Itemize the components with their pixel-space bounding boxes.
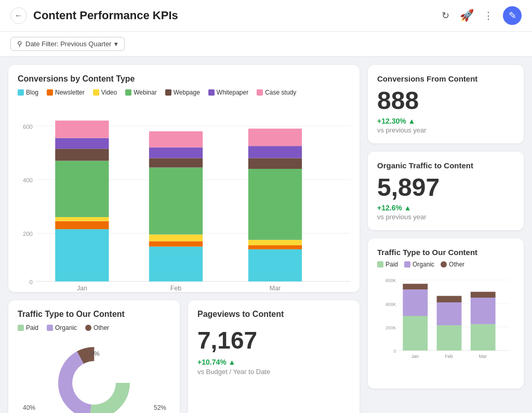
webinar-label: Webinar: [134, 89, 156, 96]
bar-chart-svg: 600 400 200 0 Jan: [18, 103, 350, 312]
svg-text:Jan: Jan: [411, 354, 419, 359]
back-button[interactable]: ←: [10, 7, 27, 24]
svg-rect-20: [149, 158, 203, 167]
blog-dot: [18, 89, 24, 96]
svg-rect-14: [55, 121, 109, 138]
svg-rect-44: [403, 316, 428, 351]
organic-traffic-label: vs previous year: [377, 213, 514, 221]
svg-rect-22: [149, 131, 203, 148]
svg-rect-30: [248, 129, 302, 146]
svg-rect-46: [403, 284, 428, 289]
svg-text:0: 0: [394, 349, 396, 354]
conversions-label: vs previous year: [377, 126, 514, 134]
svg-rect-8: [55, 229, 109, 282]
conversions-chart-title: Conversions by Content Type: [18, 74, 350, 84]
back-icon: ←: [15, 11, 23, 20]
traffic-type-bar-title: Traffic Type to Our Content: [377, 248, 514, 257]
traffic-type-card: Traffic Type to Our Content Paid Organic…: [8, 300, 180, 413]
svg-rect-50: [437, 296, 462, 302]
svg-text:200K: 200K: [385, 325, 396, 330]
svg-rect-48: [437, 325, 462, 351]
right-column: Conversions From Content 888 +12.30% ▲ v…: [368, 65, 524, 413]
organic-traffic-card: Organic Traffic to Content 5,897 +12.6% …: [368, 152, 524, 230]
other-label: Other: [94, 324, 109, 331]
svg-rect-12: [55, 149, 109, 161]
whitepaper-label: Whitepaper: [217, 89, 248, 96]
webpage-label: Webpage: [174, 89, 200, 96]
chart-legend: Blog Newsletter Video Webinar Webpage: [18, 89, 350, 96]
more-icon: ⋮: [484, 10, 493, 21]
svg-rect-49: [437, 302, 462, 325]
pageviews-card: Pageviews to Content 7,167 +10.74% ▲ vs …: [188, 300, 360, 413]
newsletter-label: Newsletter: [55, 89, 85, 96]
svg-text:Feb: Feb: [170, 285, 181, 292]
tl-other-dot: [441, 261, 447, 268]
svg-rect-45: [403, 289, 428, 316]
conversions-arrow: ▲: [408, 117, 416, 125]
filter-icon: ⚲: [17, 40, 22, 48]
svg-rect-26: [248, 240, 302, 245]
conversions-change: +12.30% ▲: [377, 117, 514, 125]
conversions-kpi-card: Conversions From Content 888 +12.30% ▲ v…: [368, 65, 524, 143]
svg-rect-19: [149, 167, 203, 234]
pageviews-title: Pageviews to Content: [197, 310, 350, 319]
legend-whitepaper: Whitepaper: [208, 89, 248, 96]
legend-organic: Organic: [47, 324, 77, 331]
svg-rect-13: [55, 138, 109, 149]
header: ← Content Performance KPIs ↻ 🚀 ⋮ ✎ ⚲ Dat…: [0, 0, 532, 57]
legend-webinar: Webinar: [125, 89, 156, 96]
legend-video: Video: [93, 89, 117, 96]
conversions-kpi-title: Conversions From Content: [377, 74, 514, 83]
dashboard: Conversions by Content Type Blog Newslet…: [0, 57, 532, 413]
tl-other-label: Other: [449, 261, 464, 268]
svg-text:400K: 400K: [385, 301, 396, 307]
other-dot: [85, 325, 91, 331]
case-study-dot: [257, 89, 263, 96]
tl-organic: Organic: [404, 261, 434, 268]
conversions-chart-card: Conversions by Content Type Blog Newslet…: [8, 65, 360, 292]
blog-label: Blog: [26, 89, 38, 96]
svg-text:Mar: Mar: [479, 354, 487, 359]
chevron-down-icon: ▾: [114, 40, 118, 48]
svg-rect-18: [149, 234, 203, 241]
bottom-row: Traffic Type to Our Content Paid Organic…: [8, 300, 360, 413]
svg-rect-25: [248, 245, 302, 249]
svg-text:600: 600: [23, 124, 33, 130]
pct-8: 8%: [90, 350, 99, 357]
tl-organic-dot: [404, 261, 410, 268]
organic-dot: [47, 325, 53, 331]
svg-text:200: 200: [23, 231, 33, 237]
newsletter-dot: [47, 89, 53, 96]
svg-rect-29: [248, 146, 302, 158]
pageviews-arrow: ▲: [229, 358, 236, 366]
organic-traffic-value: 5,897: [377, 174, 514, 202]
legend-newsletter: Newsletter: [47, 89, 85, 96]
edit-icon: ✎: [509, 10, 516, 21]
tl-other: Other: [441, 261, 464, 268]
webinar-dot: [125, 89, 131, 96]
svg-rect-9: [55, 221, 109, 229]
svg-point-35: [72, 361, 116, 405]
svg-rect-28: [248, 158, 302, 169]
traffic-bar-chart: 600K 400K 200K 0 Jan Feb: [377, 273, 514, 377]
edit-button[interactable]: ✎: [503, 6, 522, 25]
whitepaper-dot: [208, 89, 215, 96]
legend-case-study: Case study: [257, 89, 296, 96]
refresh-button[interactable]: ↻: [436, 6, 455, 25]
rocket-icon: 🚀: [460, 9, 474, 22]
legend-paid: Paid: [18, 324, 38, 331]
legend-blog: Blog: [18, 89, 38, 96]
svg-text:0: 0: [30, 279, 33, 285]
more-options-button[interactable]: ⋮: [479, 6, 498, 25]
date-filter-button[interactable]: ⚲ Date Filter: Previous Quarter ▾: [10, 37, 125, 51]
video-dot: [93, 89, 99, 96]
organic-traffic-change: +12.6% ▲: [377, 204, 514, 212]
svg-rect-27: [248, 169, 302, 240]
legend-webpage: Webpage: [165, 89, 200, 96]
organic-traffic-title: Organic Traffic to Content: [377, 161, 514, 170]
svg-text:Jan: Jan: [77, 285, 87, 292]
pageviews-value: 7,167: [197, 327, 350, 354]
tl-paid-dot: [377, 261, 383, 268]
rocket-button[interactable]: 🚀: [460, 9, 474, 22]
svg-rect-53: [471, 298, 496, 324]
